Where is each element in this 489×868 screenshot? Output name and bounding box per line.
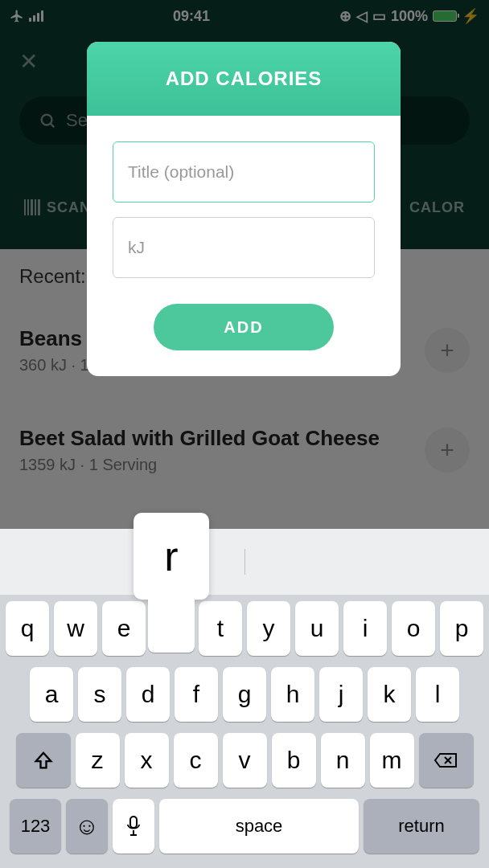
key-row-1: q w e t y u i o p: [5, 601, 484, 656]
kj-input[interactable]: [113, 217, 375, 278]
key-v[interactable]: v: [223, 733, 267, 788]
key-c[interactable]: c: [174, 733, 218, 788]
svg-rect-4: [130, 817, 137, 828]
key-emoji[interactable]: ☺: [66, 799, 108, 854]
key-m[interactable]: m: [370, 733, 414, 788]
key-row-2: a s d f g h j k l: [5, 667, 484, 722]
key-i[interactable]: i: [343, 601, 387, 656]
key-b[interactable]: b: [272, 733, 316, 788]
key-g[interactable]: g: [223, 667, 266, 722]
key-q[interactable]: q: [6, 601, 49, 656]
key-popup-letter: r: [134, 513, 209, 600]
key-mic[interactable]: [113, 799, 154, 854]
add-calories-modal: ADD CALORIES ADD: [87, 42, 401, 376]
modal-body: ADD: [87, 116, 401, 376]
emoji-icon: ☺: [75, 813, 100, 840]
modal-title: ADD CALORIES: [103, 68, 384, 90]
backspace-icon: [434, 751, 459, 770]
key-space[interactable]: space: [159, 799, 359, 854]
key-123[interactable]: 123: [10, 799, 61, 854]
key-row-3: z x c v b n m: [5, 733, 484, 788]
shift-icon: [32, 749, 55, 772]
mic-icon: [125, 815, 142, 837]
title-input[interactable]: [113, 141, 375, 203]
key-a[interactable]: a: [30, 667, 73, 722]
key-x[interactable]: x: [125, 733, 169, 788]
key-o[interactable]: o: [392, 601, 435, 656]
key-backspace[interactable]: [419, 733, 474, 788]
key-f[interactable]: f: [175, 667, 218, 722]
key-w[interactable]: w: [54, 601, 97, 656]
key-n[interactable]: n: [321, 733, 365, 788]
key-z[interactable]: z: [76, 733, 120, 788]
key-j[interactable]: j: [319, 667, 363, 722]
add-button[interactable]: ADD: [154, 304, 334, 350]
key-y[interactable]: y: [247, 601, 290, 656]
key-d[interactable]: d: [126, 667, 170, 722]
key-return[interactable]: return: [364, 799, 479, 854]
key-p[interactable]: p: [440, 601, 483, 656]
key-l[interactable]: l: [416, 667, 459, 722]
key-shift[interactable]: [16, 733, 71, 788]
bottom-row: 123 ☺ space return: [5, 799, 484, 854]
key-u[interactable]: u: [295, 601, 339, 656]
suggestion-bar: [0, 529, 489, 595]
keyboard: q w e t y u i o p a s d f g h j k l: [0, 529, 489, 868]
key-k[interactable]: k: [368, 667, 411, 722]
key-s[interactable]: s: [78, 667, 121, 722]
modal-header: ADD CALORIES: [87, 42, 401, 116]
key-h[interactable]: h: [271, 667, 314, 722]
key-popup: r: [134, 513, 209, 653]
